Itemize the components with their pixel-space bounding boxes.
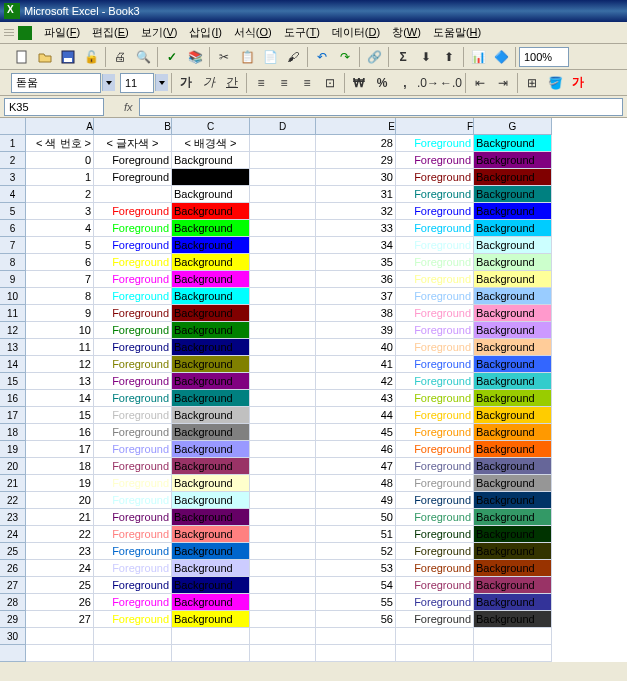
cell[interactable] xyxy=(396,628,474,645)
cell[interactable]: Foreground xyxy=(396,339,474,356)
cell[interactable]: Foreground xyxy=(94,611,172,628)
cell[interactable]: 20 xyxy=(26,492,94,509)
cell[interactable]: Background xyxy=(172,356,250,373)
row-header[interactable]: 19 xyxy=(0,441,26,458)
cell[interactable] xyxy=(474,645,552,662)
row-header[interactable]: 10 xyxy=(0,288,26,305)
row-header[interactable]: 11 xyxy=(0,305,26,322)
cell[interactable]: Background xyxy=(172,458,250,475)
research-icon[interactable]: 📚 xyxy=(184,46,206,68)
spellcheck-icon[interactable]: ✓ xyxy=(161,46,183,68)
zoom-combo[interactable]: 100% xyxy=(519,47,569,67)
cell[interactable]: Foreground xyxy=(94,543,172,560)
cell[interactable]: 26 xyxy=(26,594,94,611)
cell[interactable]: 40 xyxy=(316,339,396,356)
cell[interactable]: Background xyxy=(474,305,552,322)
cell[interactable]: Background xyxy=(474,577,552,594)
cell[interactable]: Foreground xyxy=(94,577,172,594)
cell[interactable] xyxy=(250,458,316,475)
open-icon[interactable] xyxy=(34,46,56,68)
cell[interactable]: Background xyxy=(474,220,552,237)
cell[interactable]: 50 xyxy=(316,509,396,526)
row-header[interactable]: 27 xyxy=(0,577,26,594)
cell[interactable]: Background xyxy=(474,475,552,492)
cell[interactable] xyxy=(250,373,316,390)
cell[interactable]: Foreground xyxy=(396,169,474,186)
cell[interactable]: Background xyxy=(172,152,250,169)
cell[interactable]: 53 xyxy=(316,560,396,577)
menu-item[interactable]: 도움말(H) xyxy=(427,25,487,40)
cell[interactable] xyxy=(250,577,316,594)
cell[interactable]: Foreground xyxy=(396,543,474,560)
cell[interactable]: 5 xyxy=(26,237,94,254)
cell[interactable]: Background xyxy=(172,543,250,560)
cell[interactable]: Foreground xyxy=(396,237,474,254)
cell[interactable]: 52 xyxy=(316,543,396,560)
cell[interactable]: 51 xyxy=(316,526,396,543)
cell[interactable]: 46 xyxy=(316,441,396,458)
cell[interactable]: Foreground xyxy=(396,424,474,441)
menu-item[interactable]: 창(W) xyxy=(386,25,427,40)
cell[interactable]: Background xyxy=(474,339,552,356)
cell[interactable] xyxy=(250,339,316,356)
row-header[interactable]: 6 xyxy=(0,220,26,237)
menu-item[interactable]: 편집(E) xyxy=(86,25,135,40)
align-right-icon[interactable]: ≡ xyxy=(296,72,318,94)
cell[interactable]: 44 xyxy=(316,407,396,424)
cell[interactable]: Foreground xyxy=(94,390,172,407)
cell[interactable]: Background xyxy=(172,594,250,611)
cell[interactable]: 35 xyxy=(316,254,396,271)
cell[interactable]: Foreground xyxy=(396,458,474,475)
cell[interactable]: Background xyxy=(172,560,250,577)
cell[interactable] xyxy=(250,203,316,220)
cell[interactable]: 9 xyxy=(26,305,94,322)
cell[interactable]: 34 xyxy=(316,237,396,254)
cell[interactable]: 19 xyxy=(26,475,94,492)
hyperlink-icon[interactable]: 🔗 xyxy=(363,46,385,68)
row-header[interactable]: 24 xyxy=(0,526,26,543)
cell[interactable]: 17 xyxy=(26,441,94,458)
cell[interactable]: Background xyxy=(474,356,552,373)
row-header[interactable]: 17 xyxy=(0,407,26,424)
cell[interactable] xyxy=(250,271,316,288)
underline-button[interactable]: 간 xyxy=(221,72,243,94)
cell[interactable]: 45 xyxy=(316,424,396,441)
cell[interactable]: 6 xyxy=(26,254,94,271)
cell[interactable] xyxy=(316,628,396,645)
cell[interactable]: Foreground xyxy=(94,356,172,373)
cut-icon[interactable]: ✂ xyxy=(213,46,235,68)
cell[interactable]: Foreground xyxy=(396,611,474,628)
decrease-indent-icon[interactable]: ⇤ xyxy=(469,72,491,94)
cell[interactable] xyxy=(250,475,316,492)
cell[interactable]: Background xyxy=(172,492,250,509)
cell[interactable]: Background xyxy=(172,441,250,458)
cell[interactable]: < 색 번호 > xyxy=(26,135,94,152)
bold-button[interactable]: 가 xyxy=(175,72,197,94)
italic-button[interactable]: 가 xyxy=(198,72,220,94)
cell[interactable]: 8 xyxy=(26,288,94,305)
cell[interactable] xyxy=(250,424,316,441)
row-header[interactable]: 4 xyxy=(0,186,26,203)
cell[interactable]: 22 xyxy=(26,526,94,543)
cell[interactable]: Foreground xyxy=(396,203,474,220)
cell[interactable]: Foreground xyxy=(94,475,172,492)
cell[interactable]: Foreground xyxy=(94,152,172,169)
cell[interactable] xyxy=(250,526,316,543)
menu-item[interactable]: 도구(T) xyxy=(278,25,326,40)
cell[interactable]: Background xyxy=(474,543,552,560)
cell[interactable]: Foreground xyxy=(94,254,172,271)
cell[interactable]: Background xyxy=(172,373,250,390)
cell[interactable]: Foreground xyxy=(94,509,172,526)
cell[interactable]: Background xyxy=(172,237,250,254)
cell[interactable] xyxy=(250,305,316,322)
cell[interactable]: 43 xyxy=(316,390,396,407)
cell[interactable]: 33 xyxy=(316,220,396,237)
cell[interactable]: Background xyxy=(474,390,552,407)
cell[interactable]: Foreground xyxy=(396,186,474,203)
cell[interactable]: Background xyxy=(172,390,250,407)
undo-icon[interactable]: ↶ xyxy=(311,46,333,68)
cell[interactable]: 10 xyxy=(26,322,94,339)
dropdown-icon[interactable] xyxy=(155,74,168,91)
cell[interactable]: 27 xyxy=(26,611,94,628)
cell[interactable] xyxy=(250,254,316,271)
